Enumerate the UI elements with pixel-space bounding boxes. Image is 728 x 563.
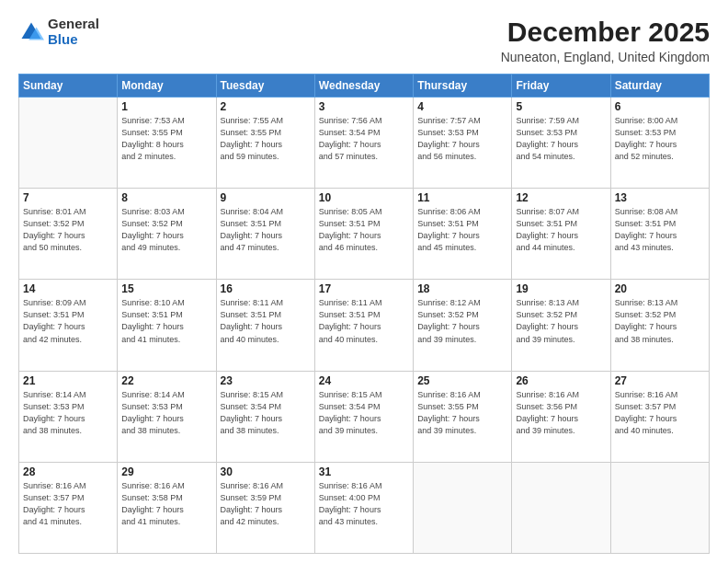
day-number: 3 bbox=[319, 100, 409, 113]
weekday-header-row: SundayMondayTuesdayWednesdayThursdayFrid… bbox=[19, 75, 710, 98]
day-info: Sunrise: 8:03 AMSunset: 3:52 PMDaylight:… bbox=[121, 206, 211, 254]
calendar-cell: 17Sunrise: 8:11 AMSunset: 3:51 PMDayligh… bbox=[314, 280, 413, 371]
day-number: 9 bbox=[221, 191, 311, 204]
weekday-header-friday: Friday bbox=[512, 75, 610, 98]
day-number: 12 bbox=[516, 191, 606, 204]
day-info: Sunrise: 8:16 AMSunset: 3:57 PMDaylight:… bbox=[23, 480, 113, 528]
day-number: 7 bbox=[23, 191, 113, 204]
calendar-cell: 11Sunrise: 8:06 AMSunset: 3:51 PMDayligh… bbox=[414, 189, 512, 280]
day-number: 11 bbox=[417, 191, 507, 204]
day-info: Sunrise: 8:14 AMSunset: 3:53 PMDaylight:… bbox=[23, 389, 113, 437]
day-info: Sunrise: 7:53 AMSunset: 3:55 PMDaylight:… bbox=[121, 115, 211, 163]
calendar-cell: 4Sunrise: 7:57 AMSunset: 3:53 PMDaylight… bbox=[414, 98, 512, 189]
day-info: Sunrise: 7:57 AMSunset: 3:53 PMDaylight:… bbox=[417, 115, 507, 163]
day-number: 8 bbox=[121, 191, 211, 204]
calendar-cell: 29Sunrise: 8:16 AMSunset: 3:58 PMDayligh… bbox=[118, 462, 216, 553]
calendar-cell: 21Sunrise: 8:14 AMSunset: 3:53 PMDayligh… bbox=[19, 371, 118, 462]
day-info: Sunrise: 8:10 AMSunset: 3:51 PMDaylight:… bbox=[121, 297, 211, 345]
calendar-cell: 18Sunrise: 8:12 AMSunset: 3:52 PMDayligh… bbox=[414, 280, 512, 371]
calendar-cell bbox=[19, 98, 118, 189]
logo-text: General Blue bbox=[48, 17, 99, 47]
day-info: Sunrise: 7:59 AMSunset: 3:53 PMDaylight:… bbox=[516, 115, 606, 163]
calendar-cell: 27Sunrise: 8:16 AMSunset: 3:57 PMDayligh… bbox=[610, 371, 709, 462]
day-number: 18 bbox=[417, 282, 507, 295]
day-number: 19 bbox=[516, 282, 606, 295]
calendar-cell: 24Sunrise: 8:15 AMSunset: 3:54 PMDayligh… bbox=[314, 371, 413, 462]
day-info: Sunrise: 7:55 AMSunset: 3:55 PMDaylight:… bbox=[221, 115, 311, 163]
day-info: Sunrise: 8:16 AMSunset: 3:55 PMDaylight:… bbox=[417, 389, 507, 437]
day-number: 20 bbox=[615, 282, 705, 295]
day-info: Sunrise: 8:11 AMSunset: 3:51 PMDaylight:… bbox=[319, 297, 409, 345]
week-row-4: 28Sunrise: 8:16 AMSunset: 3:57 PMDayligh… bbox=[19, 462, 710, 553]
day-info: Sunrise: 8:16 AMSunset: 3:57 PMDaylight:… bbox=[615, 389, 705, 437]
week-row-0: 1Sunrise: 7:53 AMSunset: 3:55 PMDaylight… bbox=[19, 98, 710, 189]
calendar-cell: 12Sunrise: 8:07 AMSunset: 3:51 PMDayligh… bbox=[512, 189, 610, 280]
calendar-cell: 14Sunrise: 8:09 AMSunset: 3:51 PMDayligh… bbox=[19, 280, 118, 371]
title-block: December 2025 Nuneaton, England, United … bbox=[501, 17, 710, 64]
day-info: Sunrise: 8:05 AMSunset: 3:51 PMDaylight:… bbox=[319, 206, 409, 254]
day-number: 23 bbox=[221, 374, 311, 387]
day-number: 28 bbox=[23, 465, 113, 478]
calendar-cell: 23Sunrise: 8:15 AMSunset: 3:54 PMDayligh… bbox=[216, 371, 314, 462]
day-number: 2 bbox=[221, 100, 311, 113]
day-info: Sunrise: 8:14 AMSunset: 3:53 PMDaylight:… bbox=[121, 389, 211, 437]
calendar-title: December 2025 bbox=[501, 17, 710, 48]
calendar-cell: 10Sunrise: 8:05 AMSunset: 3:51 PMDayligh… bbox=[314, 189, 413, 280]
calendar-cell: 13Sunrise: 8:08 AMSunset: 3:51 PMDayligh… bbox=[610, 189, 709, 280]
day-info: Sunrise: 8:00 AMSunset: 3:53 PMDaylight:… bbox=[615, 115, 705, 163]
calendar-cell: 31Sunrise: 8:16 AMSunset: 4:00 PMDayligh… bbox=[314, 462, 413, 553]
day-info: Sunrise: 7:56 AMSunset: 3:54 PMDaylight:… bbox=[319, 115, 409, 163]
day-number: 6 bbox=[615, 100, 705, 113]
day-info: Sunrise: 8:16 AMSunset: 3:58 PMDaylight:… bbox=[121, 480, 211, 528]
day-number: 29 bbox=[121, 465, 211, 478]
calendar-cell: 1Sunrise: 7:53 AMSunset: 3:55 PMDaylight… bbox=[118, 98, 216, 189]
page: General Blue December 2025 Nuneaton, Eng… bbox=[0, 0, 728, 563]
day-info: Sunrise: 8:01 AMSunset: 3:52 PMDaylight:… bbox=[23, 206, 113, 254]
day-number: 13 bbox=[615, 191, 705, 204]
calendar-cell: 22Sunrise: 8:14 AMSunset: 3:53 PMDayligh… bbox=[118, 371, 216, 462]
day-number: 4 bbox=[417, 100, 507, 113]
calendar-cell: 28Sunrise: 8:16 AMSunset: 3:57 PMDayligh… bbox=[19, 462, 118, 553]
day-number: 1 bbox=[121, 100, 211, 113]
day-number: 21 bbox=[23, 374, 113, 387]
calendar-cell: 9Sunrise: 8:04 AMSunset: 3:51 PMDaylight… bbox=[216, 189, 314, 280]
day-info: Sunrise: 8:06 AMSunset: 3:51 PMDaylight:… bbox=[417, 206, 507, 254]
calendar-cell: 20Sunrise: 8:13 AMSunset: 3:52 PMDayligh… bbox=[610, 280, 709, 371]
calendar-cell: 6Sunrise: 8:00 AMSunset: 3:53 PMDaylight… bbox=[610, 98, 709, 189]
day-number: 14 bbox=[23, 282, 113, 295]
logo: General Blue bbox=[18, 17, 99, 47]
calendar-cell: 26Sunrise: 8:16 AMSunset: 3:56 PMDayligh… bbox=[512, 371, 610, 462]
logo-general-text: General bbox=[48, 17, 99, 32]
weekday-header-wednesday: Wednesday bbox=[314, 75, 413, 98]
day-number: 31 bbox=[319, 465, 409, 478]
day-number: 10 bbox=[319, 191, 409, 204]
day-info: Sunrise: 8:16 AMSunset: 4:00 PMDaylight:… bbox=[319, 480, 409, 528]
day-number: 15 bbox=[121, 282, 211, 295]
day-info: Sunrise: 8:08 AMSunset: 3:51 PMDaylight:… bbox=[615, 206, 705, 254]
day-info: Sunrise: 8:12 AMSunset: 3:52 PMDaylight:… bbox=[417, 297, 507, 345]
day-number: 16 bbox=[221, 282, 311, 295]
day-info: Sunrise: 8:16 AMSunset: 3:59 PMDaylight:… bbox=[221, 480, 311, 528]
day-number: 17 bbox=[319, 282, 409, 295]
calendar-subtitle: Nuneaton, England, United Kingdom bbox=[501, 50, 710, 64]
week-row-3: 21Sunrise: 8:14 AMSunset: 3:53 PMDayligh… bbox=[19, 371, 710, 462]
day-number: 30 bbox=[221, 465, 311, 478]
calendar-cell: 30Sunrise: 8:16 AMSunset: 3:59 PMDayligh… bbox=[216, 462, 314, 553]
weekday-header-saturday: Saturday bbox=[610, 75, 709, 98]
week-row-2: 14Sunrise: 8:09 AMSunset: 3:51 PMDayligh… bbox=[19, 280, 710, 371]
calendar-cell: 25Sunrise: 8:16 AMSunset: 3:55 PMDayligh… bbox=[414, 371, 512, 462]
calendar-cell: 5Sunrise: 7:59 AMSunset: 3:53 PMDaylight… bbox=[512, 98, 610, 189]
day-number: 22 bbox=[121, 374, 211, 387]
day-number: 27 bbox=[615, 374, 705, 387]
day-info: Sunrise: 8:16 AMSunset: 3:56 PMDaylight:… bbox=[516, 389, 606, 437]
day-info: Sunrise: 8:15 AMSunset: 3:54 PMDaylight:… bbox=[319, 389, 409, 437]
calendar-cell bbox=[610, 462, 709, 553]
day-info: Sunrise: 8:04 AMSunset: 3:51 PMDaylight:… bbox=[221, 206, 311, 254]
header: General Blue December 2025 Nuneaton, Eng… bbox=[18, 17, 710, 64]
calendar-cell: 15Sunrise: 8:10 AMSunset: 3:51 PMDayligh… bbox=[118, 280, 216, 371]
weekday-header-sunday: Sunday bbox=[19, 75, 118, 98]
day-info: Sunrise: 8:07 AMSunset: 3:51 PMDaylight:… bbox=[516, 206, 606, 254]
logo-blue-text: Blue bbox=[48, 32, 99, 48]
logo-icon bbox=[18, 19, 44, 45]
weekday-header-tuesday: Tuesday bbox=[216, 75, 314, 98]
